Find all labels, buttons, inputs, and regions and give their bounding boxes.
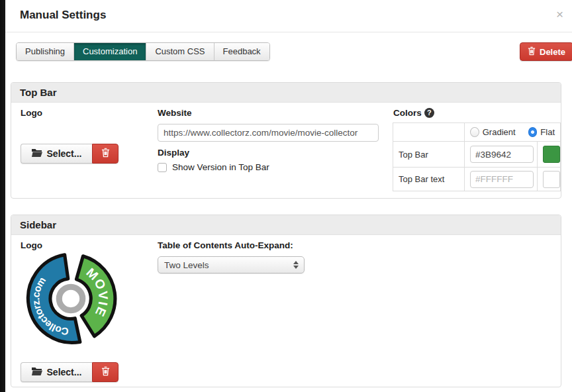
top-bar-text-swatch-cell bbox=[538, 168, 561, 191]
top-bar-text-color-cell bbox=[465, 168, 538, 191]
show-version-checkbox[interactable] bbox=[158, 163, 167, 172]
header-divider bbox=[5, 32, 572, 32]
table-row: Top Bar bbox=[393, 142, 561, 168]
show-version-label: Show Version in Top Bar bbox=[172, 162, 269, 172]
manual-settings-dialog: Manual Settings × Publishing Customizati… bbox=[5, 0, 572, 392]
select-logo-button[interactable]: Select... bbox=[21, 144, 92, 164]
top-bar-color-label: Top Bar bbox=[393, 142, 465, 168]
delete-button[interactable]: Delete bbox=[520, 42, 572, 61]
folder-icon bbox=[32, 148, 42, 159]
top-bar-section: Top Bar Logo Select... W bbox=[11, 82, 561, 199]
show-version-row: Show Version in Top Bar bbox=[158, 162, 269, 172]
top-bar-logo-buttons: Select... bbox=[21, 144, 119, 164]
tab-customization[interactable]: Customization bbox=[74, 43, 146, 60]
top-bar-text-color-input[interactable] bbox=[470, 171, 534, 188]
sidebar-section-header: Sidebar bbox=[11, 215, 561, 235]
trash-icon bbox=[528, 46, 536, 58]
select-logo-label: Select... bbox=[47, 148, 82, 159]
gradient-radio-label[interactable]: Gradient bbox=[483, 127, 516, 137]
top-bar-color-cell bbox=[465, 142, 538, 168]
delete-logo-button[interactable] bbox=[92, 144, 119, 164]
website-label: Website bbox=[158, 108, 192, 118]
gradient-radio[interactable] bbox=[470, 127, 479, 137]
page-title: Manual Settings bbox=[20, 9, 106, 22]
tab-feedback[interactable]: Feedback bbox=[215, 43, 269, 60]
flat-radio-label[interactable]: Flat bbox=[540, 127, 555, 137]
settings-tabs: Publishing Customization Custom CSS Feed… bbox=[16, 42, 270, 61]
select-caret-icon bbox=[293, 261, 299, 269]
display-label: Display bbox=[158, 148, 189, 158]
colors-label-text: Colors bbox=[393, 108, 422, 118]
select-sidebar-logo-label: Select... bbox=[47, 367, 82, 377]
website-input[interactable] bbox=[158, 124, 379, 142]
table-row: Top Bar text bbox=[393, 168, 561, 191]
tab-publishing[interactable]: Publishing bbox=[17, 43, 74, 60]
delete-button-label: Delete bbox=[540, 47, 565, 57]
toc-auto-expand-label: Table of Contents Auto-Expand: bbox=[158, 240, 293, 250]
delete-sidebar-logo-button[interactable] bbox=[92, 362, 119, 382]
top-bar-text-color-swatch[interactable] bbox=[543, 171, 560, 188]
top-bar-text-color-label: Top Bar text bbox=[393, 168, 465, 191]
logo-label: Logo bbox=[21, 108, 42, 118]
empty-cell bbox=[393, 123, 465, 142]
top-bar-color-swatch[interactable] bbox=[543, 146, 560, 163]
toc-auto-expand-select[interactable]: Two Levels bbox=[158, 256, 305, 273]
select-sidebar-logo-button[interactable]: Select... bbox=[21, 362, 92, 382]
folder-icon bbox=[32, 367, 42, 377]
tab-custom-css[interactable]: Custom CSS bbox=[146, 43, 214, 60]
table-row: Gradient Flat bbox=[393, 123, 561, 142]
trash-icon bbox=[101, 366, 110, 379]
toc-auto-expand-value: Two Levels bbox=[164, 260, 209, 270]
flat-radio[interactable] bbox=[528, 127, 538, 137]
color-mode-cell: Gradient Flat bbox=[465, 123, 561, 142]
sidebar-logo-buttons: Select... bbox=[21, 362, 119, 382]
colors-table: Gradient Flat Top Bar Top Bar text bbox=[393, 122, 561, 191]
close-icon[interactable]: × bbox=[556, 8, 563, 21]
collectorz-movie-logo: Collectorz.com MOVIE bbox=[21, 248, 121, 349]
help-icon[interactable]: ? bbox=[424, 108, 434, 118]
colors-label: Colors? bbox=[393, 108, 434, 118]
top-bar-color-input[interactable] bbox=[470, 146, 534, 163]
sidebar-section: Sidebar Logo Collectorz.com MOVIE Table … bbox=[11, 215, 561, 387]
trash-icon bbox=[101, 148, 110, 160]
top-bar-section-header: Top Bar bbox=[11, 83, 561, 103]
top-bar-swatch-cell bbox=[538, 142, 561, 168]
